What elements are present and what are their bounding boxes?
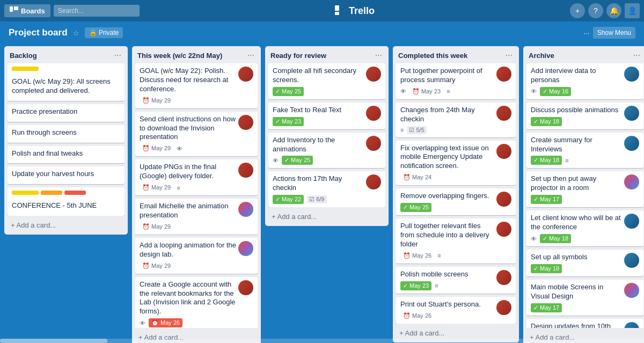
dots: ··· bbox=[584, 29, 590, 37]
card-rr3-date: ✓ May 25 bbox=[282, 156, 313, 165]
card-tw4-date: ⏰ May 29 bbox=[140, 222, 173, 231]
card-a5-eye: 👁 bbox=[531, 236, 537, 242]
card-tw1[interactable]: GOAL (w/c May 22): Polish. Discuss need … bbox=[135, 63, 258, 108]
card-b2-title: Practice presentation bbox=[12, 107, 120, 116]
card-rr4[interactable]: Actions from 17th May checkin ✓ May 22 ☑… bbox=[268, 171, 385, 207]
list-menu-ready-review[interactable]: ··· bbox=[374, 50, 383, 60]
card-c2-title: Changes from 24th May checkin bbox=[400, 106, 494, 124]
card-a1[interactable]: Add interview data to personas 👁 ✓ May 1… bbox=[526, 63, 643, 99]
card-tw2[interactable]: Send client instructions on how to downl… bbox=[135, 112, 258, 157]
card-rr3-avatar bbox=[366, 136, 381, 151]
card-a4-date: ✓ May 17 bbox=[531, 195, 562, 204]
card-a5[interactable]: Let client know who will be at the confe… bbox=[526, 210, 643, 246]
card-c2-desc: ≡ bbox=[400, 127, 404, 133]
list-title-backlog: Backlog bbox=[10, 52, 37, 60]
list-header-this-week: This week (w/c 22nd May) ··· bbox=[132, 46, 261, 63]
card-rr2[interactable]: Fake Text to Real Text ✓ May 23 bbox=[268, 103, 385, 129]
card-a3[interactable]: Create summary for Interviews ✓ May 18 ≡ bbox=[526, 133, 643, 169]
search-input[interactable] bbox=[54, 5, 140, 17]
card-b3[interactable]: Run through screens bbox=[8, 125, 125, 143]
add-card-ready-review[interactable]: + Add a card... bbox=[268, 210, 385, 223]
list-menu-completed[interactable]: ··· bbox=[504, 50, 514, 60]
boards-button[interactable]: Boards bbox=[4, 4, 50, 17]
card-c7[interactable]: Print out Stuart's persona. ⏰ May 26 bbox=[396, 297, 516, 324]
list-header-archive: Archive ··· bbox=[523, 46, 644, 63]
card-rr1-avatar bbox=[366, 67, 381, 82]
card-a2[interactable]: Discuss possible animations ✓ May 18 bbox=[526, 103, 643, 129]
card-c4-date: ✓ May 25 bbox=[400, 203, 431, 212]
card-c6-title: Polish mobile screens bbox=[400, 270, 494, 279]
card-a4-title: Set up then put away projector in a room bbox=[531, 174, 622, 193]
card-b6[interactable]: CONFERENCE - 5th JUNE bbox=[8, 187, 125, 216]
list-menu-backlog[interactable]: ··· bbox=[113, 50, 122, 60]
card-tw6-title: Create a Google account with the relevan… bbox=[140, 280, 236, 317]
list-this-week: This week (w/c 22nd May) ··· GOAL (w/c M… bbox=[132, 46, 261, 343]
card-a6[interactable]: Set up all symbols ✓ May 18 bbox=[526, 250, 643, 276]
card-b3-title: Run through screens bbox=[12, 128, 120, 137]
add-card-backlog[interactable]: + Add a card... bbox=[8, 219, 125, 231]
card-tw3-avatar bbox=[238, 163, 253, 178]
card-tw6[interactable]: Create a Google account with the relevan… bbox=[135, 277, 258, 328]
card-c6[interactable]: Polish mobile screens ✓ May 23 ≡ bbox=[396, 267, 516, 294]
card-c4-avatar bbox=[496, 192, 511, 207]
card-tw5[interactable]: Add a looping animation for the design l… bbox=[135, 238, 258, 274]
card-rr1[interactable]: Complete all hifi secondary screens. ✓ M… bbox=[268, 63, 385, 99]
list-cards-completed: Put together powerpoint of process summa… bbox=[393, 63, 519, 324]
card-tw4[interactable]: Email Michelle the animation presentatio… bbox=[135, 199, 258, 235]
card-c2-avatar bbox=[496, 106, 511, 121]
list-title-archive: Archive bbox=[529, 52, 554, 60]
card-c3[interactable]: Fix overlapping text issue on mobile Eme… bbox=[396, 141, 516, 186]
list-title-this-week: This week (w/c 22nd May) bbox=[137, 52, 222, 60]
star-button[interactable]: ☆ bbox=[73, 29, 79, 37]
card-a4[interactable]: Set up then put away projector in a room… bbox=[526, 171, 643, 207]
card-c4[interactable]: Remove overlapping fingers. ✓ May 25 bbox=[396, 188, 516, 215]
card-tw5-date: ⏰ May 29 bbox=[140, 261, 173, 271]
card-c1-eye: 👁 bbox=[400, 88, 406, 94]
trello-logo: Trello bbox=[335, 5, 375, 17]
card-c2[interactable]: Changes from 24th May checkin ≡ ☑ 5/5 bbox=[396, 103, 516, 137]
scroll-thumb[interactable] bbox=[0, 339, 107, 343]
profile-button[interactable]: 👤 bbox=[625, 3, 640, 18]
card-c1[interactable]: Put together powerpoint of process summa… bbox=[396, 63, 516, 99]
card-b4[interactable]: Polish and final tweaks bbox=[8, 146, 125, 164]
card-tw3-date: ⏰ May 29 bbox=[140, 183, 173, 192]
card-tw3[interactable]: Update PNGs in the final (Google) delive… bbox=[135, 159, 258, 195]
card-rr3[interactable]: Add Inventory to the animations 👁 ✓ May … bbox=[268, 133, 385, 169]
card-a5-date: ✓ May 18 bbox=[540, 234, 571, 243]
list-cards-this-week: GOAL (w/c May 22): Polish. Discuss need … bbox=[132, 63, 261, 328]
card-c1-title: Put together powerpoint of process summa… bbox=[400, 67, 494, 85]
card-c1-avatar bbox=[496, 67, 511, 82]
card-a8-avatar bbox=[624, 322, 639, 328]
card-b2[interactable]: Practice presentation bbox=[8, 104, 125, 122]
notifications-button[interactable]: 🔔 bbox=[606, 3, 621, 18]
info-button[interactable]: ? bbox=[588, 3, 603, 18]
show-menu-button[interactable]: Show Menu bbox=[593, 27, 635, 39]
card-c5[interactable]: Pull together relevant files from schedu… bbox=[396, 218, 516, 264]
add-button[interactable]: + bbox=[570, 3, 585, 18]
card-tw4-avatar bbox=[238, 202, 253, 217]
logo-text: Trello bbox=[349, 5, 375, 17]
card-a5-avatar bbox=[624, 214, 639, 229]
list-menu-archive[interactable]: ··· bbox=[632, 50, 641, 60]
card-c5-date: ⏰ May 26 bbox=[400, 251, 434, 260]
card-a8[interactable]: Design updates from 10th March ✓ May ... bbox=[526, 319, 643, 328]
card-b1[interactable]: GOAL (w/c May 29): All screens completed… bbox=[8, 63, 125, 101]
list-footer-backlog: + Add a card... bbox=[4, 216, 128, 235]
card-tw3-title: Update PNGs in the final (Google) delive… bbox=[140, 163, 236, 181]
card-b5[interactable]: Update your harvest hours bbox=[8, 166, 125, 184]
add-card-completed[interactable]: + Add a card... bbox=[396, 327, 516, 339]
card-a4-avatar bbox=[624, 174, 639, 189]
card-a7[interactable]: Main mobile Screens in Visual Design ✓ M… bbox=[526, 280, 643, 316]
card-b6-title: CONFERENCE - 5th JUNE bbox=[12, 201, 120, 210]
logo-bar-left bbox=[335, 5, 339, 11]
scroll-bar[interactable] bbox=[0, 339, 644, 343]
card-c7-date: ⏰ May 26 bbox=[400, 311, 434, 320]
card-a1-date: ✓ May 16 bbox=[540, 87, 571, 96]
privacy-badge: 🔒 Private bbox=[85, 27, 123, 38]
card-a2-title: Discuss possible animations bbox=[531, 106, 622, 115]
list-title-ready-review: Ready for review bbox=[270, 52, 326, 60]
card-b4-title: Polish and final tweaks bbox=[12, 149, 120, 158]
list-menu-this-week[interactable]: ··· bbox=[246, 50, 255, 60]
label-orange-b6 bbox=[41, 191, 62, 195]
card-a6-avatar bbox=[624, 253, 639, 268]
